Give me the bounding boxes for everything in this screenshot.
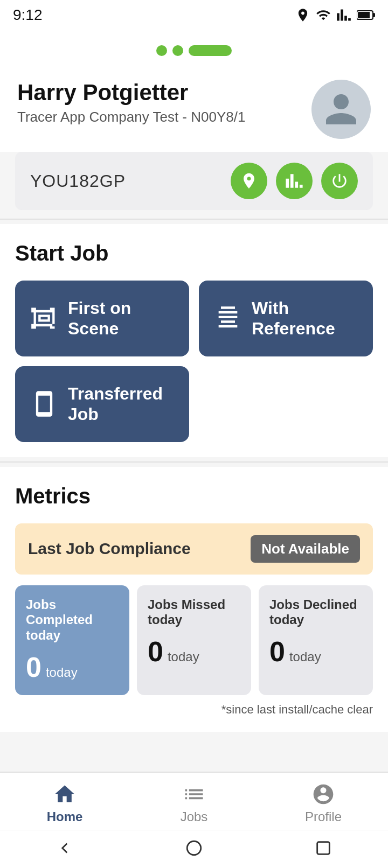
reference-icon xyxy=(214,304,242,332)
jobs-missed-unit: today xyxy=(168,649,199,664)
svg-rect-1 xyxy=(373,13,375,17)
profile-icon xyxy=(311,782,335,806)
start-job-title: Start Job xyxy=(15,241,373,265)
progress-dot-1 xyxy=(156,45,167,56)
qr-scan-icon xyxy=(30,304,58,332)
svg-rect-3 xyxy=(370,12,372,18)
start-job-section: Start Job First on Scene WithReference xyxy=(0,224,388,457)
jobs-missed-value: 0 xyxy=(148,635,163,668)
stats-button[interactable] xyxy=(276,163,313,199)
android-nav xyxy=(0,830,388,868)
status-time: 9:12 xyxy=(13,6,43,24)
profile-info: Harry Potgietter Tracer App Company Test… xyxy=(17,80,245,125)
compliance-badge: Not Available xyxy=(251,535,360,563)
battery-status-icon xyxy=(357,10,375,20)
job-buttons-container: First on Scene WithReference Transferred… xyxy=(15,281,373,442)
first-on-scene-button[interactable]: First on Scene xyxy=(15,281,189,356)
jobs-missed-value-row: 0 today xyxy=(148,635,240,668)
nav-jobs-label: Jobs xyxy=(181,809,208,824)
jobs-completed-value: 0 xyxy=(26,651,41,683)
jobs-completed-unit: today xyxy=(46,665,78,680)
user-name: Harry Potgietter xyxy=(17,80,245,106)
company-name: Tracer App Company Test - N00Y8/1 xyxy=(17,109,245,125)
with-reference-label: WithReference xyxy=(252,298,335,339)
nav-home-label: Home xyxy=(47,809,83,824)
jobs-icon xyxy=(182,782,206,806)
compliance-bar: Last Job Compliance Not Available xyxy=(15,523,373,575)
first-on-scene-label: First on Scene xyxy=(68,298,174,339)
avatar[interactable] xyxy=(311,80,371,139)
device-bar: YOU182GP xyxy=(15,152,373,210)
progress-indicator xyxy=(0,30,388,67)
stats-icon xyxy=(285,172,303,190)
recents-button[interactable] xyxy=(314,839,332,857)
jobs-missed-title: Jobs Missed today xyxy=(148,597,240,628)
jobs-declined-card: Jobs Declined today 0 today xyxy=(259,585,373,695)
location-button[interactable] xyxy=(231,163,267,199)
divider-2 xyxy=(0,461,388,463)
status-icons xyxy=(295,8,375,23)
jobs-completed-value-row: 0 today xyxy=(26,651,119,683)
nav-items: Home Jobs Profile xyxy=(0,773,388,830)
metrics-section: Metrics Last Job Compliance Not Availabl… xyxy=(0,467,388,732)
nav-profile-label: Profile xyxy=(305,809,342,824)
metrics-grid: Jobs Completed today 0 today Jobs Missed… xyxy=(15,585,373,695)
home-button[interactable] xyxy=(185,839,203,857)
transferred-job-label: Transferred Job xyxy=(68,383,174,425)
jobs-declined-value: 0 xyxy=(269,635,285,668)
status-bar: 9:12 xyxy=(0,0,388,30)
nav-home[interactable]: Home xyxy=(0,782,129,824)
compliance-label: Last Job Compliance xyxy=(28,540,191,558)
profile-section: Harry Potgietter Tracer App Company Test… xyxy=(0,67,388,152)
signal-status-icon xyxy=(336,8,351,23)
svg-rect-5 xyxy=(317,842,330,855)
bottom-nav: Home Jobs Profile xyxy=(0,772,388,868)
avatar-icon xyxy=(322,90,360,128)
progress-dot-2 xyxy=(172,45,183,56)
nav-profile[interactable]: Profile xyxy=(259,782,388,824)
metrics-title: Metrics xyxy=(15,484,373,508)
wifi-status-icon xyxy=(316,8,331,23)
transferred-job-button[interactable]: Transferred Job xyxy=(15,366,189,442)
transfer-icon xyxy=(30,390,58,418)
jobs-completed-title: Jobs Completed today xyxy=(26,597,119,643)
location-status-icon xyxy=(295,8,310,23)
nav-jobs[interactable]: Jobs xyxy=(129,782,259,824)
progress-bar-3 xyxy=(189,45,232,56)
device-action-icons xyxy=(231,163,358,199)
svg-point-4 xyxy=(187,841,201,855)
divider-1 xyxy=(0,219,388,220)
power-button[interactable] xyxy=(321,163,358,199)
since-note: *since last install/cache clear xyxy=(15,703,373,717)
jobs-completed-card: Jobs Completed today 0 today xyxy=(15,585,129,695)
power-icon xyxy=(330,172,349,190)
with-reference-button[interactable]: WithReference xyxy=(199,281,373,356)
location-pin-icon xyxy=(240,172,258,190)
device-id: YOU182GP xyxy=(30,171,126,191)
jobs-missed-card: Jobs Missed today 0 today xyxy=(137,585,251,695)
jobs-declined-title: Jobs Declined today xyxy=(269,597,362,628)
back-button[interactable] xyxy=(56,839,74,857)
jobs-declined-value-row: 0 today xyxy=(269,635,362,668)
jobs-declined-unit: today xyxy=(289,649,321,664)
home-icon xyxy=(53,782,77,806)
